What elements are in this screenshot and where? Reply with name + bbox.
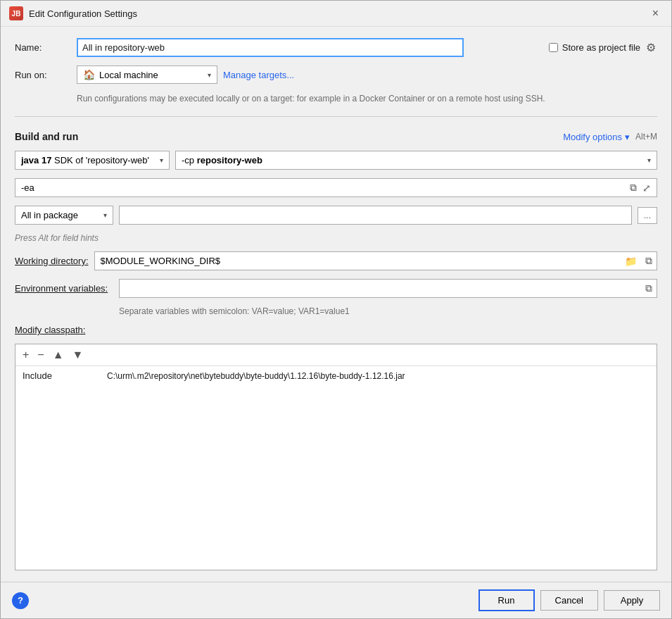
classpath-path: C:\urm\.m2\repository\net\bytebuddy\byte… xyxy=(107,371,405,381)
browse-button[interactable]: ... xyxy=(638,207,657,224)
cancel-button[interactable]: Cancel xyxy=(540,590,598,611)
classpath-toolbar: + − ▲ ▼ xyxy=(15,344,657,366)
classpath-down-button[interactable]: ▼ xyxy=(70,347,87,363)
footer-right: Run Cancel Apply xyxy=(478,589,660,611)
working-dir-row: Working directory: 📁 ⧉ xyxy=(15,251,657,270)
classpath-up-button[interactable]: ▲ xyxy=(50,347,67,363)
name-row: Name: Store as project file ⚙ xyxy=(15,38,657,57)
run-on-row: Run on: 🏠 Local machine ▾ Manage targets… xyxy=(15,65,657,84)
name-label: Name: xyxy=(15,42,71,53)
env-vars-input[interactable] xyxy=(120,280,641,297)
sdk-select-text: java 17 SDK of 'repository-web' xyxy=(21,155,149,165)
modify-classpath-section: Modify classpath: xyxy=(15,325,657,335)
modify-options-chevron: ▾ xyxy=(625,132,630,142)
classpath-content: Include C:\urm\.m2\repository\net\bytebu… xyxy=(15,366,657,570)
apply-button[interactable]: Apply xyxy=(604,590,660,611)
title-bar-left: JB Edit Configuration Settings xyxy=(9,6,137,20)
sdk-select[interactable]: java 17 SDK of 'repository-web' ▾ xyxy=(15,151,170,170)
build-run-header: Build and run Modify options ▾ Alt+M xyxy=(15,131,657,142)
app-icon: JB xyxy=(9,6,23,20)
field-hints: Press Alt for field hints xyxy=(15,233,657,243)
env-hint: Separate variables with semicolon: VAR=v… xyxy=(119,306,657,316)
cp-select-text: -cp repository-web xyxy=(182,155,262,165)
house-icon: 🏠 xyxy=(83,69,95,80)
modify-options-shortcut: Alt+M xyxy=(635,132,657,142)
class-type-select[interactable]: All in package ▾ xyxy=(15,206,113,225)
classpath-remove-button[interactable]: − xyxy=(34,347,46,363)
dialog: JB Edit Configuration Settings × Name: S… xyxy=(0,0,672,619)
table-row[interactable]: Include C:\urm\.m2\repository\net\bytebu… xyxy=(15,366,657,385)
store-as-project-label: Store as project file xyxy=(562,42,640,53)
section-divider xyxy=(15,116,657,117)
gear-button[interactable]: ⚙ xyxy=(645,39,657,56)
sdk-chevron: ▾ xyxy=(160,156,163,164)
classpath-box: + − ▲ ▼ Include C:\urm\.m2\repository\ne… xyxy=(15,344,657,570)
working-dir-input-wrapper: 📁 ⧉ xyxy=(94,251,657,270)
build-run-title: Build and run xyxy=(15,131,78,142)
modify-classpath-label: Modify classpath: xyxy=(15,325,85,335)
folder-icon-button[interactable]: 📁 xyxy=(621,253,641,270)
env-vars-expand-button[interactable]: ⧉ xyxy=(641,280,657,297)
classpath-add-button[interactable]: + xyxy=(20,347,32,363)
run-on-select[interactable]: 🏠 Local machine ▾ xyxy=(77,65,217,84)
class-row: All in package ▾ ... xyxy=(15,206,657,225)
env-vars-label: Environment variables: xyxy=(15,283,113,294)
title-bar: JB Edit Configuration Settings × xyxy=(1,1,671,27)
cp-select[interactable]: -cp repository-web ▾ xyxy=(175,151,657,170)
store-row: Store as project file ⚙ xyxy=(549,39,657,56)
class-input[interactable] xyxy=(119,206,632,225)
run-on-value: Local machine xyxy=(99,70,158,80)
manage-targets-link[interactable]: Manage targets... xyxy=(223,70,294,80)
copy-icon-button[interactable]: ⧉ xyxy=(628,180,638,195)
class-type-value: All in package xyxy=(21,210,78,220)
modify-options-button[interactable]: Modify options ▾ xyxy=(563,132,630,142)
content-area: Name: Store as project file ⚙ Run on: 🏠 … xyxy=(1,27,671,582)
working-dir-label: Working directory: xyxy=(15,256,89,266)
footer: ? Run Cancel Apply xyxy=(1,582,671,618)
run-hint-text: Run configurations may be executed local… xyxy=(77,92,657,105)
close-button[interactable]: × xyxy=(648,6,663,20)
working-dir-copy-button[interactable]: ⧉ xyxy=(641,252,657,270)
cp-chevron: ▾ xyxy=(647,156,651,164)
sdk-row: java 17 SDK of 'repository-web' ▾ -cp re… xyxy=(15,151,657,170)
modify-options-area: Modify options ▾ Alt+M xyxy=(563,132,657,142)
store-as-project-checkbox[interactable] xyxy=(549,43,558,52)
vm-options-input[interactable] xyxy=(15,179,624,196)
env-vars-input-wrapper: ⧉ xyxy=(119,279,657,298)
help-button[interactable]: ? xyxy=(12,592,29,609)
run-on-label: Run on: xyxy=(15,70,71,80)
class-type-chevron: ▾ xyxy=(103,211,107,219)
env-vars-row: Environment variables: ⧉ xyxy=(15,279,657,298)
vm-options-row: ⧉ ⤢ xyxy=(15,178,657,197)
dialog-title: Edit Configuration Settings xyxy=(29,8,137,19)
name-input[interactable] xyxy=(77,38,464,57)
expand-icon-button[interactable]: ⤢ xyxy=(641,181,652,195)
footer-left: ? xyxy=(12,592,29,609)
classpath-type: Include xyxy=(23,370,65,381)
run-on-chevron: ▾ xyxy=(208,71,211,79)
working-dir-input[interactable] xyxy=(95,252,621,270)
run-button[interactable]: Run xyxy=(478,589,535,611)
